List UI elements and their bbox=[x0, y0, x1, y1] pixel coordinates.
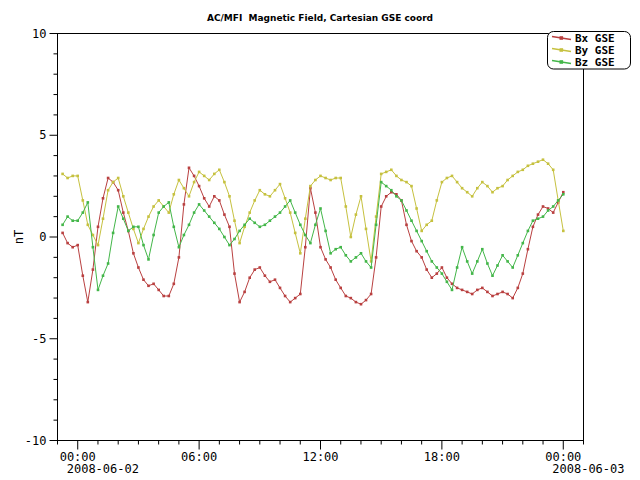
y-tick-label: -5 bbox=[32, 332, 46, 346]
data-point-marker bbox=[223, 181, 226, 184]
y-tick-label: 5 bbox=[39, 128, 46, 142]
series-Bx-GSE bbox=[61, 167, 564, 306]
data-point-marker bbox=[339, 287, 342, 290]
data-point-marker bbox=[228, 195, 231, 198]
data-point-marker bbox=[71, 219, 74, 222]
data-point-marker bbox=[309, 242, 312, 245]
data-point-marker bbox=[532, 219, 535, 222]
data-point-marker bbox=[471, 293, 474, 296]
data-point-marker bbox=[274, 215, 277, 218]
data-point-marker bbox=[441, 266, 444, 269]
data-point-marker bbox=[456, 266, 459, 269]
data-point-marker bbox=[112, 232, 115, 235]
data-point-marker bbox=[294, 232, 297, 235]
data-point-marker bbox=[501, 254, 504, 257]
data-point-marker bbox=[203, 175, 206, 178]
data-point-marker bbox=[395, 195, 398, 198]
data-point-marker bbox=[208, 179, 211, 182]
data-point-marker bbox=[253, 199, 256, 202]
data-point-marker bbox=[471, 272, 474, 275]
data-point-marker bbox=[208, 205, 211, 208]
data-point-marker bbox=[542, 158, 545, 161]
data-point-marker bbox=[107, 189, 110, 192]
data-point-marker bbox=[61, 173, 64, 176]
data-point-marker bbox=[486, 291, 489, 294]
data-point-marker bbox=[562, 193, 565, 196]
data-point-marker bbox=[375, 256, 378, 259]
data-point-marker bbox=[370, 293, 373, 296]
data-point-marker bbox=[491, 191, 494, 194]
data-point-marker bbox=[385, 195, 388, 198]
data-point-marker bbox=[107, 262, 110, 265]
data-point-marker bbox=[102, 274, 105, 277]
data-point-marker bbox=[375, 224, 378, 227]
data-point-marker bbox=[233, 272, 236, 275]
data-point-marker bbox=[289, 199, 292, 202]
data-point-marker bbox=[350, 260, 353, 263]
data-point-marker bbox=[132, 252, 135, 255]
data-point-marker bbox=[532, 226, 535, 229]
data-point-marker bbox=[228, 226, 231, 229]
data-point-marker bbox=[304, 234, 307, 237]
data-point-marker bbox=[208, 215, 211, 218]
legend: Bx GSEBy GSEBz GSE bbox=[548, 32, 631, 70]
data-point-marker bbox=[152, 234, 155, 237]
data-point-marker bbox=[410, 219, 413, 222]
data-point-marker bbox=[218, 228, 221, 231]
data-point-marker bbox=[299, 293, 302, 296]
data-point-marker bbox=[511, 266, 514, 269]
data-point-marker bbox=[360, 303, 363, 306]
data-point-marker bbox=[157, 289, 160, 292]
legend-marker bbox=[560, 60, 564, 64]
data-point-marker bbox=[152, 283, 155, 286]
data-point-marker bbox=[329, 252, 332, 255]
data-point-marker bbox=[238, 230, 241, 233]
data-point-marker bbox=[527, 230, 530, 233]
data-point-marker bbox=[395, 175, 398, 178]
data-point-marker bbox=[537, 160, 540, 163]
data-point-marker bbox=[61, 224, 64, 227]
x-date-label: 2008-06-03 bbox=[552, 462, 624, 476]
data-point-marker bbox=[436, 266, 439, 269]
x-tick-label: 12:00 bbox=[302, 450, 338, 464]
data-point-marker bbox=[456, 287, 459, 290]
data-point-marker bbox=[314, 224, 317, 227]
data-point-marker bbox=[137, 242, 140, 245]
data-point-marker bbox=[117, 177, 120, 180]
data-point-marker bbox=[517, 287, 520, 290]
data-point-marker bbox=[61, 232, 64, 235]
data-point-marker bbox=[405, 209, 408, 212]
data-point-marker bbox=[304, 217, 307, 220]
data-point-marker bbox=[213, 195, 216, 198]
data-point-marker bbox=[380, 173, 383, 176]
data-point-marker bbox=[259, 226, 262, 229]
data-point-marker bbox=[436, 199, 439, 202]
data-point-marker bbox=[370, 266, 373, 269]
data-point-marker bbox=[97, 244, 100, 247]
data-point-marker bbox=[264, 193, 267, 196]
data-point-marker bbox=[486, 262, 489, 265]
data-point-marker bbox=[501, 291, 504, 294]
data-point-marker bbox=[279, 211, 282, 214]
data-point-marker bbox=[329, 266, 332, 269]
data-point-marker bbox=[309, 185, 312, 188]
data-point-marker bbox=[142, 278, 145, 281]
data-point-marker bbox=[269, 281, 272, 284]
data-point-marker bbox=[66, 242, 69, 245]
data-point-marker bbox=[334, 248, 337, 251]
data-point-marker bbox=[122, 211, 125, 214]
data-point-marker bbox=[491, 295, 494, 298]
data-point-marker bbox=[522, 272, 525, 275]
data-point-marker bbox=[415, 230, 418, 233]
data-point-marker bbox=[562, 230, 565, 233]
data-point-marker bbox=[157, 199, 160, 202]
data-point-marker bbox=[223, 236, 226, 239]
data-point-marker bbox=[269, 195, 272, 198]
data-point-marker bbox=[137, 226, 140, 229]
data-point-marker bbox=[365, 228, 368, 231]
data-point-marker bbox=[436, 272, 439, 275]
data-point-marker bbox=[183, 203, 186, 206]
data-point-marker bbox=[284, 205, 287, 208]
data-point-marker bbox=[522, 169, 525, 172]
data-point-marker bbox=[238, 301, 241, 304]
